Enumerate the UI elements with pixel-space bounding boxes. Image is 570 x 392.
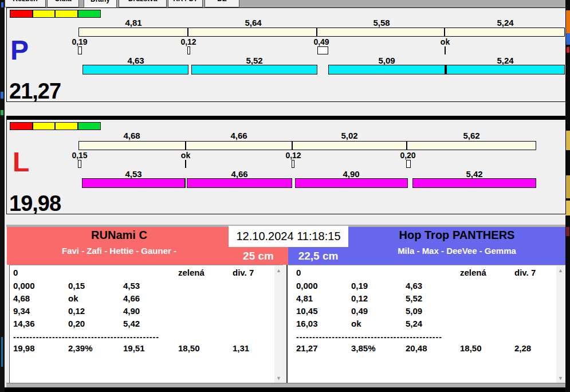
tab-label: DE: [217, 0, 227, 3]
scroll-up-icon[interactable]: ▲: [274, 266, 283, 275]
changeover-gap-box: [187, 46, 190, 54]
list-row[interactable]: 14,36 0,20 5,42: [10, 319, 273, 331]
right-edge-block-yellow2: [565, 175, 570, 198]
total-time: 19,98: [13, 343, 35, 353]
right-edge-block-yellow3: [565, 201, 570, 215]
run-bar-dog3: [295, 178, 408, 188]
total-diff: 1,31: [233, 343, 249, 353]
split-time: 5,02: [327, 131, 372, 140]
start-light-yellow1: [33, 10, 55, 18]
changeover-ok-tick: [185, 160, 186, 168]
left-edge-speck-blue: [1, 2, 3, 7]
scroll-down-icon[interactable]: ▼: [274, 374, 283, 383]
split-bar: [78, 141, 536, 150]
division-label: div. 7: [233, 268, 254, 277]
start-light-yellow2: [55, 122, 78, 130]
total-reference: 18,50: [178, 343, 200, 353]
run-time: 5,09: [364, 56, 410, 65]
list-row[interactable]: 4,68 ok 4,66: [10, 293, 273, 306]
list-row[interactable]: 0 zelená div. 7: [10, 268, 273, 280]
lane-panel-p: 4,81 5,64 5,58 5,24 0,19 0,12 0,49 ok 4,…: [6, 7, 566, 102]
cell: 0,20: [68, 319, 85, 328]
totals-row[interactable]: 21,27 3,85% 20,48 18,50 2,28: [288, 343, 555, 356]
split-time: 4,68: [109, 131, 155, 140]
run-bar-dog1: [82, 178, 186, 188]
tab-label: RR / ST: [173, 0, 198, 3]
scroll-down-icon[interactable]: ▼: [556, 374, 565, 383]
run-number: 0: [13, 268, 18, 277]
start-light-yellow2: [55, 10, 78, 18]
tab-rozbeh[interactable]: Rozběh: [5, 0, 46, 7]
right-edge-logo-orange: [565, 10, 570, 33]
scroll-up-icon[interactable]: ▲: [556, 266, 565, 275]
tab-bar: Rozběh Čidla Dráhy Družstva RR / ST DE: [5, 0, 565, 7]
right-edge-speck-red: [567, 47, 569, 53]
results-list-left[interactable]: 0 zelená div. 7 0,000 0,15 4,53 4,68 ok …: [9, 265, 283, 383]
total-time: 21,27: [296, 343, 318, 353]
split-divider: [406, 142, 407, 150]
list-row[interactable]: 16,03 ok 5,24: [288, 319, 555, 331]
tab-label: Dráhy: [91, 0, 110, 3]
cell: 16,03: [296, 319, 318, 328]
cell: 0,19: [351, 281, 368, 291]
list-row[interactable]: 9,34 0,12 4,90: [10, 306, 273, 319]
scrollbar-left[interactable]: ▲ ▼: [274, 266, 283, 383]
cell: 14,36: [13, 319, 35, 328]
card-status: zelená: [178, 268, 205, 277]
total-percent: 3,85%: [351, 343, 376, 353]
changeover-time: 0,19: [62, 37, 97, 46]
totals-row[interactable]: 19,98 2,39% 19,51 18,50 1,31: [10, 343, 273, 356]
start-light-green: [78, 122, 101, 130]
tab-drahy[interactable]: Dráhy: [84, 0, 117, 7]
tab-rr-st[interactable]: RR / ST: [168, 0, 203, 7]
right-edge-logo-blue: [565, 33, 570, 45]
changeover-gap-box: [292, 160, 294, 168]
list-row[interactable]: 0,000 0,19 4,63: [288, 281, 555, 293]
run-time: 4,66: [217, 169, 262, 179]
tab-label: Družstva: [128, 0, 158, 3]
run-bar-dog1: [82, 65, 188, 75]
list-row[interactable]: 10,45 0,49 5,09: [288, 306, 555, 319]
split-time: 5,24: [482, 18, 528, 28]
cell: 4,90: [123, 306, 140, 316]
changeover-time: ok: [428, 37, 462, 46]
changeover-gap-box: [406, 160, 411, 168]
run-bar-divider: [445, 65, 446, 75]
lane-total-time: 19,98: [9, 191, 61, 216]
list-row[interactable]: 0 zelená div. 7: [288, 268, 555, 280]
split-time: 4,81: [111, 18, 156, 28]
division-label: div. 7: [514, 268, 536, 277]
lane-panel-l: 4,68 4,66 5,02 5,62 0,15 ok 0,12 0,20 4,…: [6, 119, 566, 214]
lane-total-time: 21,27: [9, 79, 61, 104]
cell: 0,000: [296, 281, 318, 291]
right-edge-block-yellow1: [565, 131, 570, 150]
start-light-yellow1: [33, 122, 55, 130]
cell: 0,49: [351, 306, 368, 316]
list-row[interactable]: 0,000 0,15 4,53: [10, 281, 273, 293]
team-left-name: RUNami C: [7, 229, 231, 242]
tab-de[interactable]: DE: [205, 0, 239, 7]
results-list-right[interactable]: 0 zelená div. 7 0,000 0,19 4,63 4,81 0,1…: [288, 265, 565, 383]
left-edge-speck-teal: [1, 337, 3, 367]
split-divider: [185, 142, 186, 150]
changeover-time: 0,49: [304, 37, 339, 46]
datetime-display: 12.10.2024 11:18:15: [229, 226, 348, 247]
tab-cidla[interactable]: Čidla: [47, 0, 79, 7]
right-edge-speck-text: [566, 227, 569, 236]
start-light-green: [78, 10, 101, 18]
jump-height-right: 22,5 cm: [288, 247, 348, 265]
list-row[interactable]: 4,81 0,12 5,52: [288, 293, 555, 306]
changeover-gap-box: [78, 160, 81, 168]
split-time: 5,64: [230, 18, 276, 28]
run-bar-dog2: [187, 178, 292, 188]
run-time: 5,24: [482, 56, 528, 65]
total-reference: 18,50: [460, 343, 482, 353]
cell: 5,09: [406, 306, 422, 316]
run-bar-dog4: [446, 65, 565, 75]
run-bar-dog4: [412, 178, 536, 188]
tab-druzstva[interactable]: Družstva: [119, 0, 167, 7]
changeover-ok-tick: [445, 46, 446, 54]
cell: 4,66: [123, 293, 140, 303]
scrollbar-right[interactable]: ▲ ▼: [556, 266, 565, 383]
changeover-gap-box: [78, 46, 82, 54]
